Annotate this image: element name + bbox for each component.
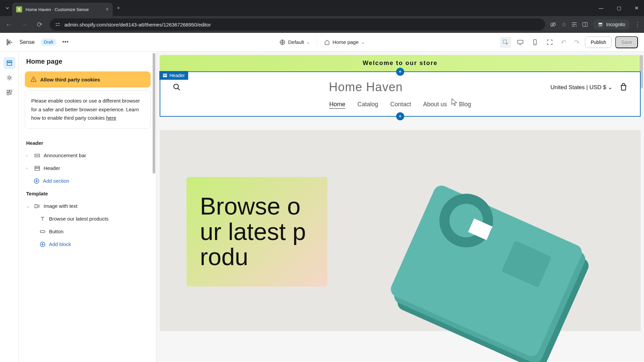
svg-rect-3 — [58, 25, 60, 26]
svg-rect-9 — [583, 22, 587, 26]
new-tab-button[interactable]: + — [113, 5, 124, 12]
hero-heading: Browse our latest produ — [200, 194, 314, 270]
settings-rail-button[interactable] — [3, 72, 15, 84]
browser-tab[interactable]: S Home Haven · Customize Sense × — [12, 3, 113, 16]
theme-name: Sense — [19, 39, 35, 45]
search-icon[interactable] — [172, 83, 181, 92]
divider — [317, 38, 317, 46]
more-actions-button[interactable]: ••• — [62, 39, 69, 46]
maximize-button[interactable]: ▢ — [614, 4, 624, 12]
add-block-label: Add block — [49, 241, 71, 247]
globe-icon — [279, 39, 285, 45]
home-icon — [324, 39, 330, 45]
add-section-header[interactable]: Add section — [25, 175, 153, 187]
site-settings-icon[interactable] — [55, 22, 60, 27]
hero-text-card[interactable]: Browse our latest produ — [186, 177, 327, 287]
section-label: Header — [44, 165, 60, 171]
reload-button[interactable]: ⟳ — [34, 20, 45, 28]
svg-point-11 — [599, 25, 600, 26]
svg-line-43 — [178, 88, 180, 90]
svg-rect-31 — [35, 166, 40, 168]
add-section-before-button[interactable]: + — [396, 68, 404, 76]
section-header[interactable]: › Header — [25, 162, 153, 175]
mobile-view-button[interactable] — [529, 37, 541, 48]
shopify-favicon: S — [16, 6, 22, 12]
svg-rect-22 — [7, 63, 12, 65]
section-icon — [34, 203, 40, 209]
svg-rect-16 — [503, 40, 506, 43]
header-utilities: United States | USD $ ⌄ — [550, 83, 628, 92]
chevron-down-icon: ⌄ — [361, 40, 365, 45]
svg-rect-41 — [163, 75, 167, 77]
section-icon — [163, 73, 167, 78]
header-section-preview[interactable]: + + Home Haven United States | USD $ ⌄ — [160, 71, 641, 117]
section-announcement-bar[interactable]: › Announcement bar — [25, 149, 153, 162]
address-bar[interactable]: admin.shopify.com/store/de8143-a6/themes… — [50, 18, 545, 31]
block-label: Button — [49, 229, 63, 234]
main-navigation: Home Catalog Contact About us Blog — [172, 101, 628, 108]
nav-catalog[interactable]: Catalog — [357, 101, 378, 108]
desktop-view-button[interactable] — [515, 37, 526, 48]
browser-menu-icon[interactable]: ⋮ — [635, 21, 641, 28]
nav-about-us[interactable]: About us — [423, 101, 447, 108]
cart-icon[interactable] — [619, 83, 628, 92]
browser-tabstrip: S Home Haven · Customize Sense × + — ▢ ✕ — [0, 0, 644, 16]
svg-rect-0 — [56, 23, 57, 24]
locale-selector[interactable]: United States | USD $ ⌄ — [550, 84, 612, 91]
nav-blog[interactable]: Blog — [459, 101, 471, 108]
page-selector[interactable]: Home page ⌄ — [324, 39, 365, 45]
block-button[interactable]: Button — [25, 225, 153, 238]
add-block[interactable]: Add block — [25, 238, 153, 251]
back-button[interactable]: ← — [3, 21, 14, 28]
image-with-text-preview[interactable]: Browse our latest produ — [160, 130, 641, 331]
exit-editor-button[interactable] — [6, 39, 13, 46]
tab-close-button[interactable]: × — [106, 6, 109, 12]
svg-point-42 — [174, 84, 178, 89]
add-section-after-button[interactable]: + — [396, 112, 404, 120]
fullscreen-view-button[interactable] — [544, 37, 555, 48]
sections-rail-button[interactable] — [3, 57, 15, 69]
sections-panel[interactable]: Home page Allow third party cookies Plea… — [19, 52, 156, 362]
section-image-with-text[interactable]: ⌄ Image with text — [25, 200, 153, 213]
block-heading[interactable]: Browse our latest products — [25, 213, 153, 225]
svg-rect-25 — [10, 90, 12, 92]
apps-rail-button[interactable] — [3, 86, 15, 99]
forward-button[interactable]: → — [19, 21, 30, 28]
store-name[interactable]: Home Haven — [329, 80, 403, 94]
svg-point-28 — [33, 81, 34, 81]
publish-button[interactable]: Publish — [585, 37, 612, 48]
close-window-button[interactable]: ✕ — [632, 4, 641, 12]
cookie-detail-text: Please enable cookies or use a different… — [31, 98, 140, 121]
add-section-label: Add section — [43, 178, 69, 184]
section-icon — [34, 165, 40, 171]
cookie-here-link[interactable]: here — [106, 115, 116, 121]
nav-home[interactable]: Home — [329, 101, 345, 108]
template-selector[interactable]: Default ⌄ — [279, 39, 310, 45]
incognito-chip[interactable]: Incognito — [593, 19, 630, 29]
section-icon — [34, 153, 40, 159]
eye-off-icon[interactable] — [550, 21, 556, 28]
undo-button[interactable]: ↶ — [559, 38, 569, 46]
redo-button[interactable]: ↷ — [572, 38, 582, 46]
inspector-mode-button[interactable] — [500, 37, 511, 48]
tshirt-illustration — [392, 190, 600, 358]
header-group-label: Header — [25, 137, 153, 149]
chevron-down-icon: ⌄ — [608, 84, 612, 90]
svg-rect-7 — [572, 24, 577, 25]
cookie-warning-banner[interactable]: Allow third party cookies — [25, 71, 151, 87]
section-selection-label[interactable]: Header — [159, 71, 188, 80]
topbar-center: Default ⌄ Home page ⌄ — [279, 38, 365, 46]
template-group-label: Template — [25, 187, 153, 200]
bookmark-star-icon[interactable]: ☆ — [561, 21, 567, 28]
template-name: Default — [288, 39, 304, 45]
sidepanel-icon[interactable] — [582, 21, 588, 27]
panel-scrollbar[interactable] — [153, 53, 155, 174]
nav-contact[interactable]: Contact — [390, 101, 411, 108]
preview-canvas[interactable]: Welcome to our store Header + + Home Hav… — [156, 52, 644, 362]
svg-rect-24 — [7, 90, 9, 92]
theme-status-badge: Draft — [41, 39, 56, 46]
tab-search-button[interactable] — [3, 3, 12, 13]
svg-point-20 — [535, 44, 535, 44]
minimize-button[interactable]: — — [596, 4, 606, 12]
media-control-icon[interactable] — [571, 21, 577, 27]
